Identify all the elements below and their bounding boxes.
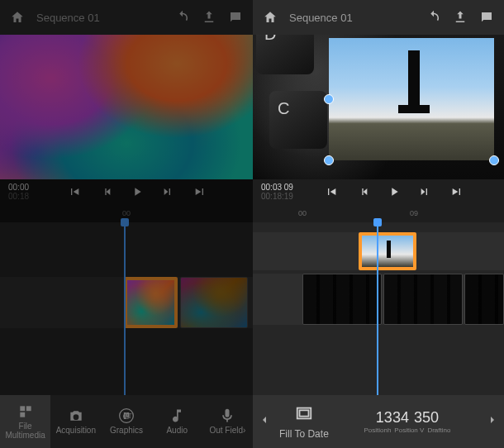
preview-left[interactable]: [0, 35, 253, 179]
key-d: D: [256, 35, 314, 74]
clip-thumb: [303, 274, 381, 324]
tab-label: Audio: [166, 427, 188, 436]
clip-keyboard-1[interactable]: [302, 274, 382, 325]
undo-icon[interactable]: [426, 10, 441, 25]
next-icon[interactable]: [450, 185, 464, 198]
clip-thumb: [127, 280, 174, 325]
tab-label: Out Field›: [209, 427, 245, 436]
sequence-title[interactable]: Sequence 01: [289, 12, 353, 24]
overlay-monument: [408, 50, 420, 108]
sequence-title[interactable]: Sequence 01: [36, 12, 100, 24]
resize-handle-w[interactable]: [324, 94, 334, 104]
next-icon[interactable]: [193, 185, 207, 198]
clip-thumb: [465, 274, 503, 324]
timeline-right[interactable]: [253, 222, 504, 395]
time-current: 00:03 09: [261, 183, 293, 192]
time-full: 00:18:19: [261, 192, 293, 201]
clip-abstract-2[interactable]: [180, 277, 248, 328]
svg-rect-0: [20, 406, 25, 411]
time-current: 00:00: [8, 183, 29, 192]
timebar-right: 00:03 09 00:18:19: [253, 179, 504, 204]
numeric-readout[interactable]: 1334 350: [376, 409, 439, 427]
topbar-left: Sequence 01: [0, 0, 253, 35]
svg-rect-6: [299, 410, 308, 416]
step-back-icon[interactable]: [356, 185, 369, 198]
step-fwd-icon[interactable]: [162, 185, 175, 198]
transport-left: [29, 185, 245, 198]
clip-thumb: [384, 274, 462, 324]
right-panel: Sequence 01 D C 00:03 09 00:18:19: [253, 0, 504, 448]
share-icon[interactable]: [453, 10, 468, 25]
frame-icon: [295, 404, 313, 425]
tab-acquisition[interactable]: Acquisition: [50, 395, 101, 448]
clip-keyboard-3[interactable]: [464, 274, 504, 325]
share-icon[interactable]: [202, 10, 216, 25]
readout-labels: Positionh Position V Draftino: [364, 427, 450, 434]
tab-graphics[interactable]: GT Graphics: [101, 395, 151, 448]
preview-right[interactable]: D C: [253, 35, 504, 179]
prev-icon[interactable]: [68, 185, 81, 198]
preview-video-frame: [0, 35, 253, 179]
home-icon[interactable]: [263, 10, 278, 25]
playhead[interactable]: [377, 222, 378, 395]
resize-handle-sw[interactable]: [324, 155, 334, 165]
label-position-h: Positionh: [364, 427, 391, 434]
home-icon[interactable]: [10, 10, 25, 25]
overlay-track[interactable]: [253, 232, 504, 270]
readout-1: 1334: [376, 409, 409, 427]
tab-label: Acquisition: [56, 427, 96, 436]
undo-icon[interactable]: [175, 10, 190, 25]
video-track[interactable]: [253, 274, 504, 325]
topbar-right: Sequence 01: [253, 0, 504, 35]
transport-right: [293, 185, 496, 198]
overlay-clip-frame[interactable]: [329, 38, 494, 160]
timeline-left[interactable]: [0, 222, 253, 395]
prev-icon[interactable]: [325, 185, 338, 198]
tab-label: Graphics: [110, 427, 143, 436]
step-back-icon[interactable]: [99, 185, 112, 198]
label-drafting: Draftino: [427, 427, 450, 434]
timecode: 00:00 00:18: [8, 183, 29, 201]
tab-file-multimedia[interactable]: File Multimedia: [0, 395, 50, 448]
chevron-right-icon[interactable]: [486, 413, 499, 430]
clip-abstract-selected[interactable]: [124, 277, 178, 328]
svg-rect-1: [26, 406, 31, 411]
tab-label: File Multimedia: [2, 422, 49, 440]
svg-text:T: T: [128, 412, 132, 420]
bottombar-right: Fill To Date 1334 350 Positionh Position…: [253, 395, 504, 448]
key-c: C: [269, 91, 327, 149]
bottombar-left: File Multimedia Acquisition GT Graphics …: [0, 395, 253, 448]
comment-icon[interactable]: [479, 10, 494, 25]
comment-icon[interactable]: [228, 10, 243, 25]
left-panel: Sequence 01 00:00 00:18 00: [0, 0, 253, 448]
fill-to-date-button[interactable]: Fill To Date: [279, 404, 329, 440]
video-track[interactable]: [0, 277, 253, 328]
timecode: 00:03 09 00:18:19: [261, 183, 293, 201]
chevron-left-icon[interactable]: [258, 413, 271, 430]
svg-rect-2: [20, 412, 25, 417]
ruler-mark: 00: [298, 209, 307, 217]
step-fwd-icon[interactable]: [419, 185, 432, 198]
play-icon[interactable]: [388, 185, 401, 198]
clip-keyboard-2[interactable]: [383, 274, 463, 325]
clip-thumb: [181, 278, 247, 327]
tab-out-field[interactable]: Out Field›: [202, 395, 253, 448]
fill-to-date-label: Fill To Date: [279, 428, 329, 440]
clip-monument-selected[interactable]: [359, 232, 416, 270]
playhead[interactable]: [124, 222, 126, 395]
tab-audio[interactable]: Audio: [152, 395, 202, 448]
time-full: 00:18: [8, 192, 29, 201]
resize-handle-se[interactable]: [489, 155, 499, 165]
clip-thumb: [362, 236, 413, 267]
timebar-left: 00:00 00:18: [0, 179, 253, 204]
play-icon[interactable]: [131, 185, 144, 198]
ruler-mark: 09: [410, 209, 418, 217]
ruler-mark: 00: [122, 209, 131, 217]
label-position-v: Position V: [394, 427, 424, 434]
readout-2: 350: [414, 409, 439, 427]
